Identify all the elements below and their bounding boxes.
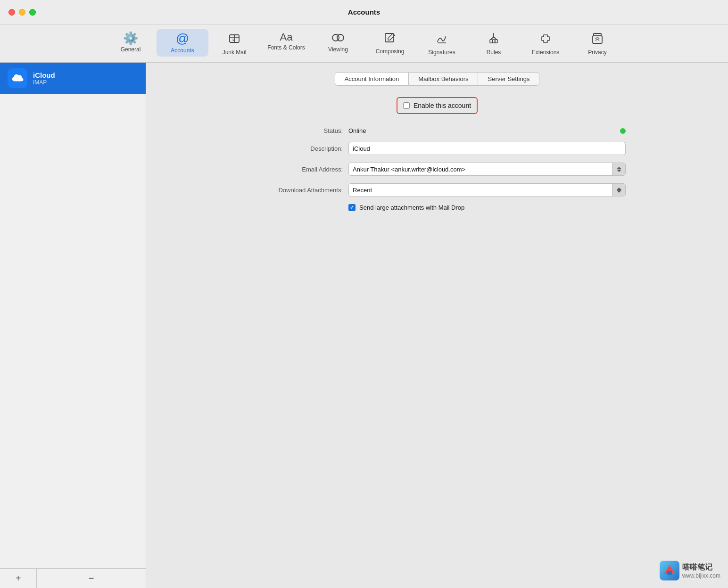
toolbar-item-fontscolors[interactable]: Aa Fonts & Colors bbox=[260, 29, 312, 54]
enable-account-checkbox[interactable] bbox=[403, 102, 410, 109]
signatures-icon bbox=[435, 32, 448, 47]
status-indicator bbox=[620, 128, 626, 134]
download-attachments-row: Download Attachments: Recent bbox=[248, 183, 626, 196]
toolbar-label-accounts: Accounts bbox=[171, 47, 194, 54]
toolbar-label-viewing: Viewing bbox=[328, 46, 348, 53]
watermark: 嗒嗒笔记 www.bijixx.com bbox=[660, 561, 720, 580]
account-name: iCloud bbox=[33, 71, 55, 79]
email-address-value: Ankur Thakur <ankur.writer@icloud.com> bbox=[353, 166, 621, 173]
window-title: Accounts bbox=[348, 8, 380, 16]
watermark-cn: 嗒嗒笔记 bbox=[682, 563, 720, 572]
viewing-icon bbox=[331, 32, 345, 44]
watermark-text: 嗒嗒笔记 www.bijixx.com bbox=[682, 563, 720, 579]
toolbar-item-accounts[interactable]: @ Accounts bbox=[157, 29, 208, 57]
zoom-button[interactable] bbox=[29, 9, 36, 16]
toolbar-label-fontscolors: Fonts & Colors bbox=[267, 44, 305, 51]
remove-account-button[interactable]: − bbox=[36, 569, 146, 588]
enable-account-label: Enable this account bbox=[414, 102, 471, 109]
extensions-icon bbox=[539, 32, 552, 47]
download-attachments-value: Recent bbox=[353, 187, 621, 194]
gear-icon: ⚙️ bbox=[123, 32, 138, 44]
right-panel: Account Information Mailbox Behaviors Se… bbox=[146, 63, 728, 588]
minimize-button[interactable] bbox=[19, 9, 25, 16]
toolbar-label-extensions: Extensions bbox=[532, 49, 560, 56]
account-info-content: Enable this account Status: Online Descr… bbox=[248, 97, 626, 211]
svg-rect-11 bbox=[495, 40, 497, 43]
junkmail-icon: ✕ bbox=[228, 32, 241, 47]
sidebar: iCloud IMAP + − bbox=[0, 63, 146, 588]
at-icon: @ bbox=[176, 32, 189, 45]
mail-drop-row: Send large attachments with Mail Drop bbox=[248, 204, 626, 211]
toolbar-label-junkmail: Junk Mail bbox=[223, 49, 247, 56]
toolbar-label-rules: Rules bbox=[487, 49, 501, 56]
svg-rect-10 bbox=[493, 40, 495, 43]
watermark-url: www.bijixx.com bbox=[682, 572, 720, 579]
title-bar: Accounts bbox=[0, 0, 728, 24]
download-attachments-label: Download Attachments: bbox=[248, 187, 343, 194]
account-list: iCloud IMAP bbox=[0, 63, 146, 568]
toolbar-label-general: General bbox=[121, 46, 141, 53]
fonts-icon: Aa bbox=[280, 32, 293, 42]
toolbar: ⚙️ General @ Accounts ✕ Junk Mail Aa Fon… bbox=[0, 24, 728, 63]
add-account-button[interactable]: + bbox=[0, 569, 36, 588]
rules-icon bbox=[487, 32, 500, 47]
privacy-icon bbox=[591, 32, 604, 47]
enable-account-row: Enable this account bbox=[397, 97, 478, 114]
traffic-lights bbox=[8, 9, 36, 16]
status-value: Online bbox=[348, 127, 616, 134]
account-type: IMAP bbox=[33, 79, 55, 86]
toolbar-label-composing: Composing bbox=[376, 48, 405, 55]
toolbar-item-rules[interactable]: Rules bbox=[468, 29, 520, 58]
email-address-label: Email Address: bbox=[248, 166, 343, 173]
email-address-arrow bbox=[612, 163, 625, 175]
toolbar-item-privacy[interactable]: Privacy bbox=[571, 29, 623, 58]
watermark-icon bbox=[660, 561, 679, 580]
close-button[interactable] bbox=[8, 9, 15, 16]
main-content: iCloud IMAP + − Account Information Mail… bbox=[0, 63, 728, 588]
description-row: Description: bbox=[248, 142, 626, 155]
svg-rect-9 bbox=[490, 40, 492, 43]
tab-account-information[interactable]: Account Information bbox=[335, 72, 409, 86]
account-info-text: iCloud IMAP bbox=[33, 71, 55, 86]
download-attachments-select[interactable]: Recent bbox=[348, 183, 626, 196]
email-address-row: Email Address: Ankur Thakur <ankur.write… bbox=[248, 163, 626, 176]
tab-server-settings[interactable]: Server Settings bbox=[478, 72, 539, 86]
toolbar-item-extensions[interactable]: Extensions bbox=[520, 29, 571, 58]
download-attachments-arrow bbox=[612, 184, 625, 196]
sidebar-item-icloud[interactable]: iCloud IMAP bbox=[0, 63, 146, 94]
status-label: Status: bbox=[248, 127, 343, 134]
svg-text:✕: ✕ bbox=[232, 39, 235, 42]
description-input[interactable] bbox=[348, 142, 626, 155]
toolbar-item-junkmail[interactable]: ✕ Junk Mail bbox=[208, 29, 260, 58]
svg-point-5 bbox=[337, 34, 344, 41]
tab-bar: Account Information Mailbox Behaviors Se… bbox=[335, 72, 540, 86]
toolbar-item-general[interactable]: ⚙️ General bbox=[105, 29, 157, 56]
composing-icon bbox=[384, 32, 396, 46]
email-address-select[interactable]: Ankur Thakur <ankur.writer@icloud.com> bbox=[348, 163, 626, 176]
status-row: Status: Online bbox=[248, 127, 626, 134]
toolbar-label-signatures: Signatures bbox=[428, 49, 455, 56]
icloud-icon bbox=[8, 68, 27, 88]
sidebar-footer: + − bbox=[0, 568, 146, 588]
mail-drop-checkbox[interactable] bbox=[348, 204, 356, 211]
toolbar-item-composing[interactable]: Composing bbox=[364, 29, 416, 57]
toolbar-item-signatures[interactable]: Signatures bbox=[416, 29, 468, 58]
toolbar-item-viewing[interactable]: Viewing bbox=[312, 29, 364, 56]
svg-rect-15 bbox=[667, 571, 672, 575]
tab-mailbox-behaviors[interactable]: Mailbox Behaviors bbox=[409, 72, 478, 86]
description-label: Description: bbox=[248, 145, 343, 152]
mail-drop-label: Send large attachments with Mail Drop bbox=[359, 204, 464, 211]
toolbar-label-privacy: Privacy bbox=[588, 49, 606, 56]
